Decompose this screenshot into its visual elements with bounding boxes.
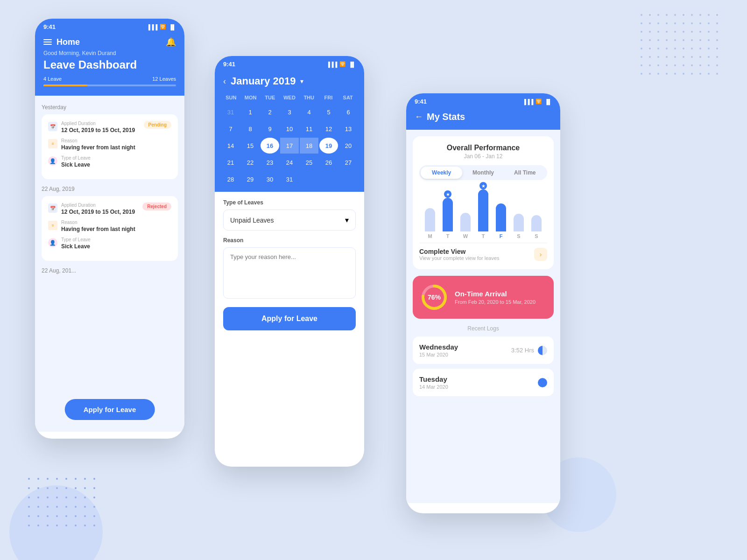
bar-tuesday: ★ T: [443, 198, 453, 239]
bar-sunday: S: [531, 215, 542, 239]
apply-leave-floating-button[interactable]: Apply for Leave: [65, 399, 155, 420]
cal-cell-6[interactable]: 6: [339, 104, 358, 120]
log-dot-tue: [538, 378, 547, 387]
cal-cell-26[interactable]: 26: [319, 154, 338, 170]
day-thu: THU: [299, 95, 319, 100]
cal-cell-24[interactable]: 24: [280, 154, 299, 170]
day-fri: FRI: [319, 95, 338, 100]
recent-logs-title: Recent Logs: [413, 325, 554, 332]
cal-cell-5[interactable]: 5: [319, 104, 338, 120]
ontime-subtitle: From Feb 20, 2020 to 15 Mar, 2020: [455, 299, 536, 305]
duration-content-1: Applied Duration 12 Oct, 2019 to 15 Oct,…: [61, 121, 140, 133]
cal-cell-18[interactable]: 18: [300, 138, 318, 154]
cal-cell-4[interactable]: 4: [300, 104, 318, 120]
home-label: Home: [56, 37, 80, 47]
leave-dashboard-body[interactable]: Yesterday 📅 Applied Duration 12 Oct, 201…: [35, 96, 184, 432]
tab-all-time[interactable]: All Time: [504, 167, 546, 179]
reason-textarea[interactable]: [223, 247, 356, 299]
calendar-header: ‹ January 2019 ▾: [215, 70, 364, 95]
cal-cell-31[interactable]: 31: [221, 104, 240, 120]
cal-cell-28[interactable]: 28: [221, 171, 240, 187]
person-icon-2: 👤: [48, 238, 57, 247]
cal-cell-3[interactable]: 3: [280, 104, 299, 120]
status-bar-2: 9:41 ▐▐▐ 🛜 ▐▌: [215, 56, 364, 70]
log-right-wed: 3:52 Hrs: [511, 346, 547, 355]
cal-cell-19-selected[interactable]: 19: [319, 138, 338, 154]
cal-cell-30[interactable]: 30: [261, 171, 279, 187]
bell-icon[interactable]: 🔔: [166, 37, 176, 47]
status-time-1: 9:41: [43, 23, 56, 30]
bar-label-s1: S: [517, 233, 520, 239]
calendar-month-title[interactable]: January 2019: [231, 75, 296, 87]
cal-cell-10[interactable]: 10: [280, 121, 299, 137]
bar-label-m: M: [428, 233, 432, 239]
bar-saturday: S: [514, 214, 524, 239]
cal-cell-29[interactable]: 29: [241, 171, 260, 187]
back-arrow-stats[interactable]: ←: [415, 112, 423, 122]
cal-cell-8[interactable]: 8: [241, 121, 260, 137]
cal-cell-16-today[interactable]: 16: [261, 138, 279, 154]
battery-icon-2: ▐▌: [348, 62, 356, 67]
chevron-down-icon[interactable]: ▾: [300, 77, 303, 85]
day-wed: WED: [280, 95, 299, 100]
progress-track: [43, 84, 176, 86]
log-hrs-wed: 3:52 Hrs: [511, 347, 534, 354]
leave-form-body: Type of Leaves Unpaid Leaves ▾ Reason Ap…: [215, 192, 364, 338]
cal-cell-27[interactable]: 27: [339, 154, 358, 170]
back-arrow-cal[interactable]: ‹: [223, 77, 226, 86]
cal-cell-20[interactable]: 20: [339, 138, 358, 154]
reason-label-1: Reason: [61, 138, 171, 143]
cal-cell-11[interactable]: 11: [300, 121, 318, 137]
bar-t2: ★: [478, 189, 488, 231]
wifi-icon: 🛜: [160, 24, 166, 30]
dashboard-title: Leave Dashboard: [43, 58, 176, 71]
type-of-leaves-label: Type of Leaves: [223, 199, 356, 206]
bar-f: [496, 203, 506, 231]
cal-cell-25[interactable]: 25: [300, 154, 318, 170]
cal-cell-12[interactable]: 12: [319, 121, 338, 137]
type-of-leaves-value: Unpaid Leaves: [230, 217, 274, 224]
bar-w: [460, 213, 471, 231]
cal-cell-15[interactable]: 15: [241, 138, 260, 154]
cal-cell-31b[interactable]: 31: [280, 171, 299, 187]
cal-cell-9[interactable]: 9: [261, 121, 279, 137]
perf-tabs: Weekly Monthly All Time: [419, 165, 547, 180]
cal-cell-13[interactable]: 13: [339, 121, 358, 137]
cal-cell-17[interactable]: 17: [280, 138, 299, 154]
complete-view-row[interactable]: Complete View View your complete view fo…: [419, 243, 547, 262]
type-content-2: Type of Leave Sick Leave: [61, 237, 171, 250]
ontime-title: On-Time Arrival: [455, 290, 536, 298]
complete-view-arrow[interactable]: ›: [534, 248, 547, 261]
bar-wednesday: W: [460, 213, 471, 239]
star-icon-t1: ★: [444, 190, 451, 198]
log-day-wed: Wednesday: [419, 343, 458, 351]
tab-weekly[interactable]: Weekly: [421, 167, 462, 179]
cal-cell-14[interactable]: 14: [221, 138, 240, 154]
cal-cell-1[interactable]: 1: [241, 104, 260, 120]
my-stats-body[interactable]: Overall Performance Jan 06 - Jan 12 Week…: [406, 130, 560, 503]
cal-cell-7[interactable]: 7: [221, 121, 240, 137]
cal-cell-22[interactable]: 22: [241, 154, 260, 170]
section-date-1: Yesterday: [42, 104, 178, 111]
cal-cell-21[interactable]: 21: [221, 154, 240, 170]
complete-view-sub: View your complete view for leaves: [419, 255, 500, 261]
donut-chart: 76%: [420, 283, 448, 311]
apply-leave-button[interactable]: Apply for Leave: [223, 307, 356, 330]
leave-row-reason-1: ≡ Reason Having fever from last night: [48, 138, 171, 151]
leave-row-type-1: 👤 Type of Leave Sick Leave: [48, 155, 171, 168]
bar-chart: M ★ T W ★: [419, 188, 547, 239]
log-day-tue: Tuesday: [419, 375, 448, 383]
dot-grid-top-right: [641, 14, 724, 80]
performance-card: Overall Performance Jan 06 - Jan 12 Week…: [413, 136, 554, 269]
hamburger-icon[interactable]: [43, 39, 52, 45]
cal-cell-2[interactable]: 2: [261, 104, 279, 120]
bar-label-t1: T: [446, 233, 450, 239]
cal-cell-23[interactable]: 23: [261, 154, 279, 170]
progress-fill: [43, 84, 87, 86]
calendar-grid: SUN MON TUE WED THU FRI SAT 31 1 2 3 4 5…: [215, 95, 364, 192]
type-of-leaves-select[interactable]: Unpaid Leaves ▾: [223, 210, 356, 231]
tab-monthly[interactable]: Monthly: [462, 167, 504, 179]
ontime-info: On-Time Arrival From Feb 20, 2020 to 15 …: [455, 290, 536, 305]
log-info-wed: Wednesday 15 Mar 2020: [419, 343, 458, 357]
reason-icon-2: ≡: [48, 221, 57, 230]
